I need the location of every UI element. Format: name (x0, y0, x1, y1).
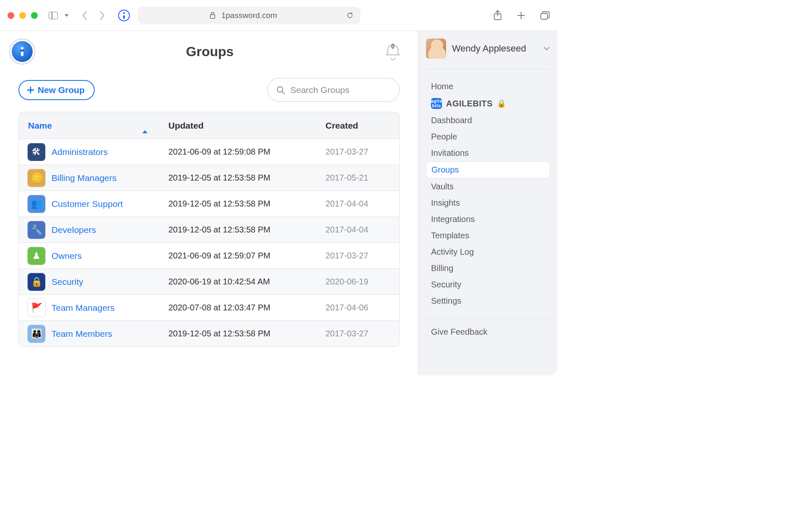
onepassword-extension-icon[interactable] (118, 10, 130, 21)
table-row[interactable]: 🛠 Administrators 2021-06-09 at 12:59:08 … (19, 139, 399, 165)
avatar (426, 39, 446, 59)
sidebar-nav: Home agilebits AGILEBITS 🔒 Dashboard Peo… (426, 78, 550, 319)
address-bar[interactable]: 1password.com (138, 7, 360, 23)
user-menu[interactable]: Wendy Appleseed (426, 39, 550, 69)
group-updated: 2019-12-05 at 12:53:58 PM (159, 225, 316, 235)
sidebar-item-vaults[interactable]: Vaults (426, 178, 550, 195)
url-text: 1password.com (221, 11, 277, 20)
svg-point-7 (277, 87, 283, 92)
svg-rect-2 (210, 15, 215, 18)
search-placeholder: Search Groups (290, 85, 349, 95)
group-name: Customer Support (52, 199, 123, 209)
give-feedback-link[interactable]: Give Feedback (426, 319, 550, 345)
table-row[interactable]: 🚩 Team Managers 2020-07-08 at 12:03:47 P… (19, 294, 399, 320)
sidebar-item-groups[interactable]: Groups (426, 161, 550, 178)
group-name: Team Members (52, 329, 112, 339)
svg-rect-4 (541, 13, 547, 19)
group-icon: 👥 (27, 195, 46, 213)
group-icon: 🚩 (27, 299, 46, 317)
sidebar-item-org[interactable]: agilebits AGILEBITS 🔒 (426, 95, 550, 112)
table-row[interactable]: 👥 Customer Support 2019-12-05 at 12:53:5… (19, 191, 399, 217)
group-updated: 2019-12-05 at 12:53:58 PM (159, 329, 316, 338)
plus-icon (27, 86, 34, 94)
lock-icon (209, 12, 216, 19)
sidebar-item-invitations[interactable]: Invitations (426, 145, 550, 161)
group-updated: 2021-06-09 at 12:59:08 PM (159, 147, 316, 157)
table-row[interactable]: 👨‍👩‍👧 Team Members 2019-12-05 at 12:53:5… (19, 320, 399, 346)
notifications-button[interactable]: 0 (385, 42, 401, 61)
sidebar-toggle-icon[interactable] (49, 12, 58, 19)
sidebar-item-security[interactable]: Security (426, 276, 550, 293)
browser-chrome: 1password.com (0, 0, 558, 31)
sidebar-item-people[interactable]: People (426, 129, 550, 145)
column-header-name[interactable]: Name (19, 121, 159, 131)
group-name: Developers (52, 225, 96, 235)
svg-rect-6 (21, 49, 24, 52)
svg-rect-1 (123, 14, 125, 15)
group-created: 2020-06-19 (316, 277, 399, 287)
lock-icon: 🔒 (497, 99, 506, 108)
notification-count: 0 (391, 43, 395, 50)
sidebar-item-billing[interactable]: Billing (426, 260, 550, 276)
group-name: Team Managers (52, 303, 115, 313)
table-row[interactable]: 🪙 Billing Managers 2019-12-05 at 12:53:5… (19, 165, 399, 191)
group-icon: 🛠 (27, 143, 46, 161)
sidebar-item-home[interactable]: Home (426, 78, 550, 95)
group-created: 2017-04-04 (316, 225, 399, 235)
new-group-button[interactable]: New Group (18, 80, 95, 100)
group-icon: 🪙 (27, 169, 46, 187)
column-header-created[interactable]: Created (316, 121, 399, 131)
chevron-down-icon (543, 46, 550, 51)
sidebar-item-integrations[interactable]: Integrations (426, 211, 550, 227)
org-icon: agilebits (431, 98, 442, 109)
group-updated: 2019-12-05 at 12:53:58 PM (159, 199, 316, 209)
table-row[interactable]: ♟ Owners 2021-06-09 at 12:59:07 PM 2017-… (19, 243, 399, 269)
minimize-window-button[interactable] (19, 12, 26, 19)
table-header: Name Updated Created (19, 112, 399, 139)
sidebar-item-insights[interactable]: Insights (426, 195, 550, 211)
window-controls (8, 12, 38, 19)
column-header-updated[interactable]: Updated (159, 121, 316, 131)
group-name: Security (52, 277, 83, 287)
group-name: Billing Managers (52, 173, 116, 183)
group-icon: 🔒 (27, 273, 46, 291)
back-button[interactable] (81, 10, 88, 21)
group-created: 2017-05-21 (316, 173, 399, 183)
sidebar-item-dashboard[interactable]: Dashboard (426, 112, 550, 129)
table-row[interactable]: 🔒 Security 2020-06-19 at 10:42:54 AM 202… (19, 269, 399, 294)
new-tab-icon[interactable] (516, 11, 526, 20)
share-icon[interactable] (493, 10, 502, 21)
group-updated: 2020-07-08 at 12:03:47 PM (159, 303, 316, 312)
group-icon: 👨‍👩‍👧 (27, 325, 46, 343)
group-updated: 2021-06-09 at 12:59:07 PM (159, 251, 316, 261)
maximize-window-button[interactable] (31, 12, 38, 19)
forward-button[interactable] (99, 10, 106, 21)
group-created: 2017-04-06 (316, 303, 399, 312)
page-title: Groups (35, 44, 385, 59)
sidebar-item-activity-log[interactable]: Activity Log (426, 244, 550, 260)
main-content: Groups 0 New Group Search Groups Name (0, 31, 418, 375)
reload-icon[interactable] (346, 11, 354, 19)
group-icon: ♟ (27, 247, 46, 265)
group-created: 2017-03-27 (316, 251, 399, 261)
tab-dropdown-icon[interactable] (65, 14, 69, 17)
group-updated: 2019-12-05 at 12:53:58 PM (159, 173, 316, 183)
group-created: 2017-03-27 (316, 329, 399, 338)
group-updated: 2020-06-19 at 10:42:54 AM (159, 277, 316, 287)
close-window-button[interactable] (8, 12, 14, 19)
user-name: Wendy Appleseed (452, 43, 526, 54)
group-icon: 🔧 (27, 221, 46, 239)
table-row[interactable]: 🔧 Developers 2019-12-05 at 12:53:58 PM 2… (19, 217, 399, 243)
sidebar-item-templates[interactable]: Templates (426, 227, 550, 244)
group-name: Owners (52, 251, 82, 261)
onepassword-logo[interactable] (9, 39, 35, 65)
groups-table: Name Updated Created 🛠 Administrators 20… (18, 112, 400, 347)
search-icon (276, 85, 285, 95)
org-name: AGILEBITS (446, 99, 493, 108)
sidebar-item-settings[interactable]: Settings (426, 293, 550, 309)
tabs-overview-icon[interactable] (540, 11, 550, 20)
new-group-label: New Group (38, 85, 85, 95)
sort-ascending-icon (142, 121, 147, 133)
search-groups-input[interactable]: Search Groups (267, 78, 400, 102)
group-name: Administrators (52, 147, 108, 157)
